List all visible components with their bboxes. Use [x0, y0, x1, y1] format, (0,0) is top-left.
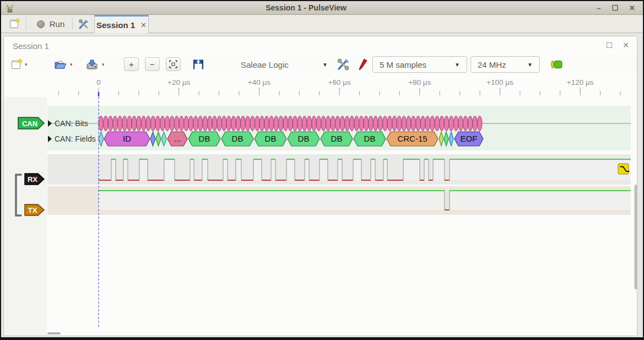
bit-annotation[interactable] — [387, 116, 392, 131]
new-view-button[interactable] — [9, 56, 24, 73]
bit-annotation[interactable] — [297, 116, 302, 131]
bit-annotation[interactable] — [241, 116, 245, 131]
bit-annotation[interactable] — [165, 116, 169, 131]
bit-annotation[interactable] — [402, 116, 406, 131]
save-dropdown[interactable]: ▾ — [102, 56, 105, 73]
bit-annotation[interactable] — [108, 116, 112, 131]
bit-annotation[interactable] — [99, 116, 103, 131]
new-view-dropdown[interactable]: ▾ — [25, 56, 28, 73]
bit-annotation[interactable] — [226, 116, 231, 131]
bit-annotation[interactable] — [122, 116, 127, 131]
bit-annotation[interactable] — [160, 116, 165, 131]
bit-annotation[interactable] — [449, 116, 453, 131]
close-button[interactable]: ✕ — [629, 4, 635, 12]
bit-annotation[interactable] — [407, 116, 411, 131]
horizontal-scrollbar[interactable] — [47, 332, 61, 334]
trace-view[interactable]: 0+20 µs+40 µs+60 µs+80 µs+100 µs+120 µsC… — [4, 75, 637, 336]
bit-annotation[interactable] — [198, 116, 203, 131]
tab-session-1[interactable]: Session 1 ✕ — [94, 15, 149, 33]
zoom-in-button[interactable]: + — [124, 57, 139, 71]
bit-annotation[interactable] — [411, 116, 415, 131]
bit-annotation[interactable] — [420, 116, 425, 131]
bit-annotation[interactable] — [255, 116, 259, 131]
sample-rate-select[interactable]: 24 MHz ▼ — [470, 56, 540, 73]
bit-annotation[interactable] — [293, 116, 297, 131]
bit-annotation[interactable] — [117, 116, 122, 131]
bit-annotation[interactable] — [170, 116, 174, 131]
bit-annotation[interactable] — [151, 116, 155, 131]
bit-annotation[interactable] — [274, 116, 278, 131]
bit-annotation[interactable] — [463, 116, 468, 131]
bit-annotation[interactable] — [217, 116, 221, 131]
bit-annotation[interactable] — [212, 116, 217, 131]
tx-waveform[interactable] — [99, 191, 631, 210]
bit-annotation[interactable] — [137, 116, 141, 131]
bit-annotation[interactable] — [264, 116, 269, 131]
bit-annotation[interactable] — [321, 116, 326, 131]
bit-annotation[interactable] — [288, 116, 293, 131]
bit-annotation[interactable] — [231, 116, 236, 131]
bit-annotation[interactable] — [208, 116, 212, 131]
bit-annotation[interactable] — [259, 116, 264, 131]
bit-annotation[interactable] — [175, 116, 179, 131]
sample-count-select[interactable]: 5 M samples ▼ — [372, 56, 467, 73]
bit-annotation[interactable] — [302, 116, 307, 131]
bit-annotation[interactable] — [184, 116, 188, 131]
bit-annotation[interactable] — [340, 116, 344, 131]
subwindow-maximize-button[interactable]: ☐ — [606, 41, 613, 50]
bit-annotation[interactable] — [458, 116, 463, 131]
bit-annotation[interactable] — [113, 116, 117, 131]
device-config-button[interactable] — [335, 56, 351, 73]
bit-annotation[interactable] — [425, 116, 430, 131]
add-decoder-button[interactable] — [548, 56, 565, 73]
device-select-arrow[interactable]: ▼ — [322, 56, 328, 73]
subwindow-close-button[interactable]: ✕ — [623, 41, 629, 50]
bit-annotation[interactable] — [444, 116, 448, 131]
bit-annotation[interactable] — [397, 116, 401, 131]
tab-close-icon[interactable]: ✕ — [140, 21, 147, 29]
bit-annotation[interactable] — [307, 116, 311, 131]
open-dropdown[interactable]: ▾ — [70, 56, 73, 73]
bit-annotation[interactable] — [179, 116, 183, 131]
bit-annotation[interactable] — [378, 116, 382, 131]
bit-annotation[interactable] — [331, 116, 335, 131]
bit-annotation[interactable] — [354, 116, 359, 131]
run-button[interactable]: Run — [30, 16, 72, 32]
bit-annotation[interactable] — [468, 116, 472, 131]
bit-annotation[interactable] — [454, 116, 458, 131]
maximize-button[interactable]: ☐ — [611, 4, 618, 12]
bit-annotation[interactable] — [279, 116, 283, 131]
bit-annotation[interactable] — [141, 116, 145, 131]
bit-annotation[interactable] — [188, 116, 193, 131]
vertical-scrollbar[interactable] — [635, 185, 637, 289]
bit-annotation[interactable] — [236, 116, 240, 131]
open-button[interactable] — [52, 56, 68, 73]
bit-annotation[interactable] — [373, 116, 377, 131]
bit-annotation[interactable] — [326, 116, 331, 131]
bit-annotation[interactable] — [312, 116, 316, 131]
bit-annotation[interactable] — [245, 116, 250, 131]
bit-annotation[interactable] — [416, 116, 420, 131]
settings-button[interactable] — [74, 16, 93, 32]
bit-annotation[interactable] — [203, 116, 207, 131]
bit-annotation[interactable] — [435, 116, 439, 131]
bit-annotation[interactable] — [127, 116, 132, 131]
bit-annotation[interactable] — [440, 116, 444, 131]
show-cursors-button[interactable] — [191, 56, 205, 73]
bit-annotation[interactable] — [359, 116, 364, 131]
bit-annotation[interactable] — [155, 116, 160, 131]
bit-annotation[interactable] — [269, 116, 273, 131]
bit-annotation[interactable] — [383, 116, 387, 131]
device-select-label[interactable]: Saleae Logic — [241, 56, 289, 73]
new-session-button[interactable] — [4, 16, 24, 32]
save-button[interactable] — [84, 56, 100, 73]
bit-annotation[interactable] — [104, 116, 108, 131]
bit-annotation[interactable] — [473, 116, 477, 131]
bit-annotation[interactable] — [477, 116, 481, 131]
bit-annotation[interactable] — [146, 116, 150, 131]
bit-annotation[interactable] — [193, 116, 198, 131]
trace-canvas[interactable]: 0+20 µs+40 µs+60 µs+80 µs+100 µs+120 µsC… — [4, 75, 637, 336]
bit-annotation[interactable] — [221, 116, 226, 131]
bit-annotation[interactable] — [345, 116, 349, 131]
bit-annotation[interactable] — [316, 116, 321, 131]
